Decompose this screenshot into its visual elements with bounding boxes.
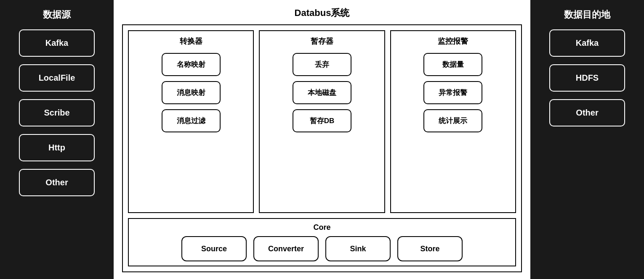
left-panel-title: 数据源 [43, 8, 71, 21]
core-converter: Converter [253, 236, 319, 261]
buffer-item-2: 暂存DB [293, 109, 351, 132]
main-title: Databus系统 [295, 7, 350, 19]
left-panel: 数据源 Kafka LocalFile Scribe Http Other [0, 0, 114, 279]
converter-item-1: 消息映射 [162, 81, 221, 104]
top-section: 转换器 名称映射 消息映射 消息过滤 暂存器 丢弃 本地磁盘 暂存DB 监控报警… [128, 30, 516, 213]
databus-outer-box: 转换器 名称映射 消息映射 消息过滤 暂存器 丢弃 本地磁盘 暂存DB 监控报警… [122, 24, 522, 272]
monitor-item-1: 异常报警 [423, 81, 482, 104]
core-source: Source [181, 236, 247, 261]
core-store: Store [397, 236, 463, 261]
right-item-kafka: Kafka [549, 29, 625, 57]
converter-item-0: 名称映射 [162, 53, 221, 76]
core-items: Source Converter Sink Store [181, 236, 463, 261]
monitor-item-0: 数据量 [423, 53, 482, 76]
monitor-title: 监控报警 [438, 36, 468, 46]
left-item-localfile: LocalFile [19, 64, 95, 92]
left-item-other: Other [19, 169, 95, 196]
core-box: Core Source Converter Sink Store [128, 218, 516, 266]
monitor-box: 监控报警 数据量 异常报警 统计展示 [390, 30, 516, 213]
converter-box: 转换器 名称映射 消息映射 消息过滤 [128, 30, 254, 213]
left-item-scribe: Scribe [19, 99, 95, 126]
center-panel: Databus系统 转换器 名称映射 消息映射 消息过滤 暂存器 丢弃 本地磁盘… [114, 0, 530, 279]
converter-title: 转换器 [180, 36, 202, 46]
buffer-box: 暂存器 丢弃 本地磁盘 暂存DB [259, 30, 385, 213]
right-panel: 数据目的地 Kafka HDFS Other [530, 0, 644, 279]
right-item-hdfs: HDFS [549, 64, 625, 92]
core-sink: Sink [325, 236, 391, 261]
buffer-title: 暂存器 [311, 36, 333, 46]
left-item-kafka: Kafka [19, 29, 95, 57]
right-panel-title: 数据目的地 [564, 8, 610, 21]
right-item-other: Other [549, 99, 625, 126]
left-item-http: Http [19, 134, 95, 161]
converter-item-2: 消息过滤 [162, 109, 221, 132]
buffer-item-1: 本地磁盘 [293, 81, 351, 104]
monitor-item-2: 统计展示 [423, 109, 482, 132]
buffer-item-0: 丢弃 [293, 53, 351, 76]
core-title: Core [313, 223, 330, 232]
